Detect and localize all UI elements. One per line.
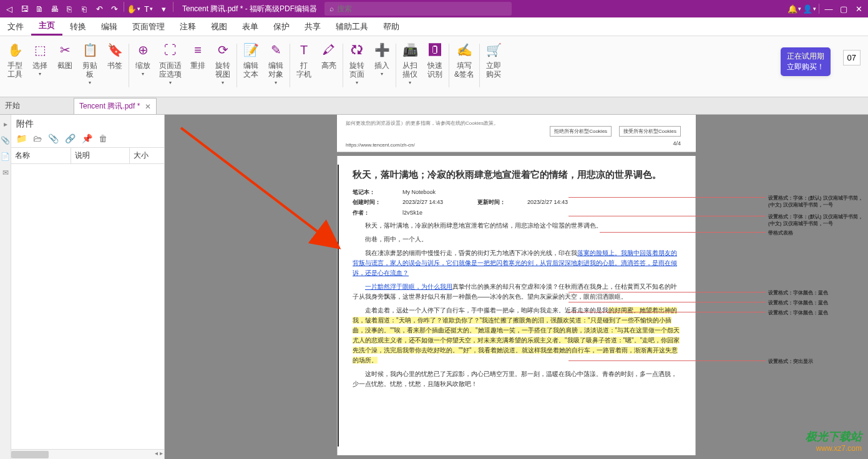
qat-more-icon[interactable]: ▾ xyxy=(157,2,170,16)
menu-help[interactable]: 帮助 xyxy=(376,17,407,36)
comment-6[interactable]: 设置格式：字体颜色：蓝色 xyxy=(768,309,828,316)
panel-toggle-3[interactable]: 📄 xyxy=(1,152,10,161)
attachments-columns: 名称 说明 大小 xyxy=(11,147,164,164)
tool-edit-object[interactable]: ✎编辑对象▾ xyxy=(263,41,288,92)
att-col-name[interactable]: 名称 xyxy=(11,148,71,163)
search-icon: ⌕ xyxy=(329,4,334,13)
redo-icon[interactable]: ↷ xyxy=(107,2,121,16)
search-box[interactable]: ⌕ xyxy=(324,2,512,16)
comment-4[interactable]: 设置格式：字体颜色：蓝色 xyxy=(768,289,828,296)
export-icon[interactable]: ⎘ xyxy=(62,2,76,16)
tool-fit[interactable]: ⛶页面适应选项▾ xyxy=(155,41,185,92)
menu-edit[interactable]: 编辑 xyxy=(94,17,125,36)
zoom-icon: ⊕ xyxy=(134,41,152,59)
att-open-icon[interactable]: 🗁 xyxy=(33,133,42,143)
tool-screenshot[interactable]: ✂截图 xyxy=(52,41,77,92)
tool-highlight[interactable]: 🖍高亮 xyxy=(316,41,341,92)
att-col-size[interactable]: 大小 xyxy=(130,148,160,163)
tab-document-label: Tencent 腾讯.pdf * xyxy=(79,101,140,112)
search-input[interactable] xyxy=(337,4,507,13)
bell-icon[interactable]: 🔔▾ xyxy=(788,2,801,16)
att-attach-icon[interactable]: 📎 xyxy=(48,133,59,143)
tool-reflow[interactable]: ≡重排 xyxy=(185,41,210,92)
back-icon[interactable]: ◁ xyxy=(2,2,16,16)
edit-object-icon: ✎ xyxy=(267,41,285,59)
prev-btn-reject[interactable]: 拒绝所有分析型Cookies xyxy=(550,126,612,137)
tool-hand[interactable]: ✋手型工具 xyxy=(2,41,27,92)
panel-toggle-1[interactable]: ▸ xyxy=(4,120,7,128)
user-icon[interactable]: 👤▾ xyxy=(802,2,816,16)
menu-protect[interactable]: 保护 xyxy=(266,17,297,36)
menu-annotate[interactable]: 注释 xyxy=(172,17,203,36)
comment-5[interactable]: 设置格式：字体颜色：蓝色 xyxy=(768,299,828,306)
tab-close-icon[interactable]: ✕ xyxy=(145,102,151,111)
att-delete-icon[interactable]: 🗑 xyxy=(99,133,107,143)
title-bar-quick-access: ◁ 🖫 🗎 🖶 ⎘ ⎗ ↶ ↷ ✋▾ T▾ ▾ xyxy=(0,2,175,16)
scrollbar-thumb[interactable] xyxy=(11,451,49,458)
tool-edit-text[interactable]: 📝编辑文本 xyxy=(238,41,263,92)
comment-2[interactable]: 设置格式：字体：(默认) 汉仪南城手书简，(中文) 汉仪南城手书简，一号 xyxy=(768,213,868,227)
doc-p3: 我在凄凉萧瑟的细雨中慢慢行走，昏黄的街灯无力地洒下冰冷的光线，印在我落寞的脸颊上… xyxy=(353,248,680,278)
tool-select[interactable]: ⬚选择▾ xyxy=(27,41,52,92)
prev-btn-accept[interactable]: 接受所有分析型Cookies xyxy=(619,126,681,137)
att-pin-icon[interactable]: 📌 xyxy=(82,133,92,143)
watermark: 极光下载站 www.xz7.com xyxy=(806,429,862,453)
page-view[interactable]: 如何更改您的浏览器设置）的更多指南，请参阅在线的Cookies政策。 拒绝所有分… xyxy=(165,115,868,459)
highlight-icon: 🖍 xyxy=(320,41,338,59)
trial-days: 07 xyxy=(843,50,861,65)
menu-accessibility[interactable]: 辅助工具 xyxy=(328,17,376,36)
menu-home[interactable]: 主页 xyxy=(31,17,62,36)
save-icon[interactable]: 🖫 xyxy=(17,2,31,16)
menu-page-manage[interactable]: 页面管理 xyxy=(125,17,172,36)
undo-icon[interactable]: ↶ xyxy=(92,2,106,16)
att-link-icon[interactable]: 🔗 xyxy=(65,133,76,143)
rotate-page-icon: 🗘 xyxy=(348,41,366,59)
tool-rotate-view[interactable]: ⟳旋转视图▾ xyxy=(210,41,235,92)
close-button[interactable]: ✕ xyxy=(852,2,866,16)
tab-document[interactable]: Tencent 腾讯.pdf * ✕ xyxy=(74,98,157,114)
tab-start[interactable]: 开始 xyxy=(0,97,74,114)
comment-7[interactable]: 设置格式：突出显示 xyxy=(768,358,813,365)
save-as-icon[interactable]: 🗎 xyxy=(32,2,46,16)
tool-buy[interactable]: 🛒立即购买 xyxy=(481,41,506,92)
attachments-hscroll[interactable]: ◂ ▸ xyxy=(11,449,164,459)
export-word-icon[interactable]: ⎗ xyxy=(77,2,91,16)
tool-bookmark[interactable]: 🔖书签 xyxy=(102,41,127,92)
tool-rotate-page[interactable]: 🗘旋转页面▾ xyxy=(344,41,369,92)
doc-p2: 街巷，雨中，一个人。 xyxy=(353,234,680,244)
font-icon[interactable]: T▾ xyxy=(142,2,155,16)
comment-1[interactable]: 设置格式：字体：(默认) 汉仪南城手书简，(中文) 汉仪南城手书简，一号 xyxy=(768,195,868,208)
ribbon: ✋手型工具 ⬚选择▾ ✂截图 📋剪贴板▾ 🔖书签 ⊕缩放▾ ⛶页面适应选项▾ ≡… xyxy=(0,36,868,97)
tool-fill-sign[interactable]: ✍填写&签名 xyxy=(451,41,478,92)
doc-p1: 秋天，落叶满地，冷寂的秋雨肆意地宣泄着它的情绪，用悲凉给这个喧嚣的世界调色。 xyxy=(353,221,680,231)
panel-toggle-4[interactable]: ✉ xyxy=(2,168,9,177)
print-icon[interactable]: 🖶 xyxy=(47,2,61,16)
tool-clipboard[interactable]: 📋剪贴板▾ xyxy=(77,41,102,92)
tool-typewriter[interactable]: T打字机 xyxy=(291,41,316,92)
panel-toggle-2[interactable]: 📎 xyxy=(1,136,10,145)
tool-from-scanner[interactable]: 📠从扫描仪▾ xyxy=(397,41,422,92)
menu-form[interactable]: 表单 xyxy=(235,17,266,36)
insert-icon: ➕ xyxy=(373,41,391,59)
typewriter-icon: T xyxy=(295,41,313,59)
page-previous: 如何更改您的浏览器设置）的更多指南，请参阅在线的Cookies政策。 拒绝所有分… xyxy=(337,115,696,152)
doc-heading: 秋天，落叶满地；冷寂的秋雨肆意地宣泄着它的情绪，用悲凉的世界调色。 xyxy=(353,168,680,181)
trial-banner[interactable]: 正在试用期 立即购买！ xyxy=(781,47,831,76)
att-col-desc[interactable]: 说明 xyxy=(71,148,130,163)
hand-icon[interactable]: ✋▾ xyxy=(127,2,140,16)
att-new-folder-icon[interactable]: 📁 xyxy=(16,133,27,143)
tool-ocr[interactable]: 🅾快速识别 xyxy=(422,41,447,92)
fit-icon: ⛶ xyxy=(162,41,179,59)
tool-insert[interactable]: ➕插入▾ xyxy=(369,41,394,92)
tool-zoom[interactable]: ⊕缩放▾ xyxy=(130,41,155,92)
ocr-icon: 🅾 xyxy=(426,41,444,59)
maximize-button[interactable]: ▢ xyxy=(837,2,851,16)
menu-view[interactable]: 视图 xyxy=(203,17,235,36)
menu-file[interactable]: 文件 xyxy=(0,17,31,36)
minimize-button[interactable]: — xyxy=(822,2,836,16)
comment-3[interactable]: 带格式表格 xyxy=(768,230,793,236)
menu-bar: 文件 主页 转换 编辑 页面管理 注释 视图 表单 保护 共享 辅助工具 帮助 xyxy=(0,17,868,36)
menu-share[interactable]: 共享 xyxy=(297,17,328,36)
menu-convert[interactable]: 转换 xyxy=(62,17,94,36)
select-icon: ⬚ xyxy=(31,41,49,59)
